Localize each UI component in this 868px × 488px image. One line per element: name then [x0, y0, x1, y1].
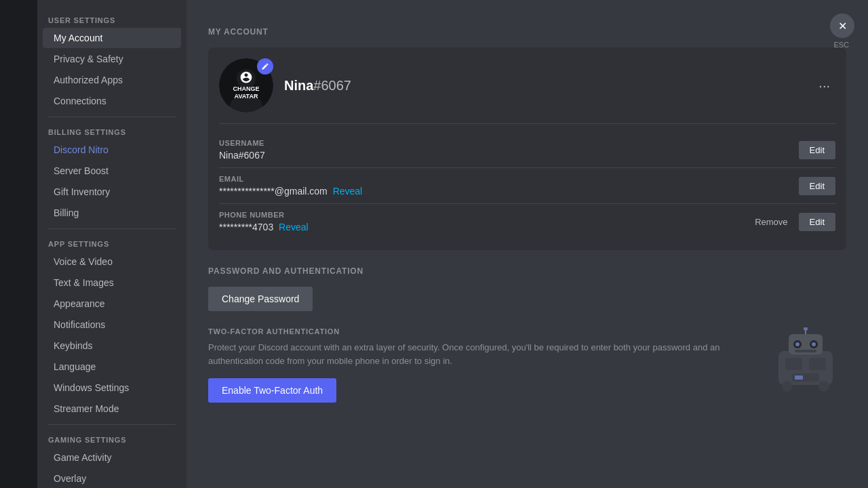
- svg-rect-11: [795, 350, 816, 352]
- sidebar-item-text-images[interactable]: Text & Images: [43, 272, 181, 293]
- svg-rect-15: [795, 375, 803, 380]
- username-edit-button[interactable]: Edit: [799, 141, 835, 159]
- sidebar-item-billing[interactable]: Billing: [43, 203, 181, 223]
- two-factor-section: TWO-FACTOR AUTHENTICATION Protect your D…: [208, 327, 846, 403]
- username-value: Nina#6067: [219, 150, 799, 161]
- two-factor-text: TWO-FACTOR AUTHENTICATION Protect your D…: [208, 327, 754, 403]
- username-actions: Edit: [799, 141, 835, 159]
- two-factor-label: TWO-FACTOR AUTHENTICATION: [208, 327, 754, 336]
- password-section-title: PASSWORD AND AUTHENTICATION: [208, 266, 846, 276]
- phone-masked: *********4703: [219, 222, 273, 232]
- divider-billing: [48, 117, 176, 117]
- username-field-content: USERNAME Nina#6067: [219, 139, 799, 161]
- close-button[interactable]: ✕: [830, 14, 854, 38]
- email-actions: Edit: [799, 177, 835, 195]
- enable-2fa-button[interactable]: Enable Two-Factor Auth: [208, 378, 336, 403]
- svg-point-7: [795, 342, 800, 346]
- account-username: Nina#6067: [284, 78, 813, 94]
- phone-value: *********4703 Reveal: [219, 222, 749, 232]
- sidebar-item-discord-nitro[interactable]: Discord Nitro: [43, 140, 181, 160]
- sidebar-item-overlay[interactable]: Overlay: [43, 468, 181, 488]
- gaming-settings-label: Gaming Settings: [37, 430, 186, 447]
- change-password-button[interactable]: Change Password: [208, 287, 313, 311]
- email-edit-button[interactable]: Edit: [799, 177, 835, 195]
- svg-rect-13: [809, 358, 826, 370]
- server-strip: [0, 0, 37, 488]
- account-card: CHANGEAVATAR Nina#6067 ··· USERNAME Nina…: [208, 47, 846, 250]
- email-masked: ***************@gmail.com: [219, 186, 328, 197]
- sidebar-item-game-activity[interactable]: Game Activity: [43, 447, 181, 468]
- main-content: ✕ ESC MY ACCOUNT: [186, 0, 868, 488]
- discriminator: #6067: [313, 78, 351, 93]
- change-avatar-text: CHANGEAVATAR: [233, 85, 259, 100]
- sidebar-item-privacy-safety[interactable]: Privacy & Safety: [43, 49, 181, 69]
- info-section: USERNAME Nina#6067 Edit EMAIL **********…: [219, 123, 835, 239]
- email-label: EMAIL: [219, 175, 799, 183]
- two-factor-content: TWO-FACTOR AUTHENTICATION Protect your D…: [208, 327, 846, 403]
- phone-field: PHONE NUMBER *********4703 Reveal Remove…: [219, 204, 835, 239]
- divider-app: [48, 228, 176, 229]
- billing-settings-label: Billing Settings: [37, 123, 186, 139]
- email-field-content: EMAIL ***************@gmail.com Reveal: [219, 175, 799, 197]
- phone-field-content: PHONE NUMBER *********4703 Reveal: [219, 211, 749, 232]
- avatar-edit-icon[interactable]: [257, 58, 273, 75]
- username-field: USERNAME Nina#6067 Edit: [219, 132, 835, 168]
- sidebar: User Settings My Account Privacy & Safet…: [37, 0, 186, 488]
- more-options-button[interactable]: ···: [813, 75, 835, 96]
- phone-edit-button[interactable]: Edit: [799, 213, 835, 231]
- email-field: EMAIL ***************@gmail.com Reveal E…: [219, 168, 835, 204]
- sidebar-item-language[interactable]: Language: [43, 357, 181, 377]
- sidebar-item-windows-settings[interactable]: Windows Settings: [43, 378, 181, 398]
- email-value: ***************@gmail.com Reveal: [219, 186, 799, 197]
- account-header: CHANGEAVATAR Nina#6067 ···: [219, 58, 835, 123]
- sidebar-item-streamer-mode[interactable]: Streamer Mode: [43, 399, 181, 419]
- two-factor-illustration: [765, 327, 846, 397]
- app-settings-label: App Settings: [37, 235, 186, 251]
- sidebar-item-appearance[interactable]: Appearance: [43, 293, 181, 314]
- sidebar-item-server-boost[interactable]: Server Boost: [43, 161, 181, 181]
- svg-rect-12: [785, 358, 802, 370]
- sidebar-item-voice-video[interactable]: Voice & Video: [43, 251, 181, 272]
- sidebar-item-authorized-apps[interactable]: Authorized Apps: [43, 70, 181, 90]
- svg-point-17: [818, 381, 829, 392]
- sidebar-item-keybinds[interactable]: Keybinds: [43, 336, 181, 356]
- page-title: MY ACCOUNT: [208, 27, 846, 37]
- divider-gaming: [48, 424, 176, 425]
- email-reveal-link[interactable]: Reveal: [333, 186, 363, 197]
- avatar-wrapper[interactable]: CHANGEAVATAR: [219, 58, 273, 113]
- sidebar-item-my-account[interactable]: My Account: [43, 28, 181, 48]
- user-settings-label: User Settings: [37, 11, 186, 27]
- username-label: USERNAME: [219, 139, 799, 147]
- phone-reveal-link[interactable]: Reveal: [279, 222, 309, 232]
- display-name: Nina: [284, 78, 313, 93]
- esc-label: ESC: [833, 41, 849, 49]
- phone-remove-button[interactable]: Remove: [749, 214, 793, 230]
- svg-point-16: [782, 381, 793, 392]
- phone-label: PHONE NUMBER: [219, 211, 749, 219]
- svg-point-10: [804, 327, 808, 331]
- phone-actions: Remove Edit: [749, 213, 835, 231]
- sidebar-item-notifications[interactable]: Notifications: [43, 314, 181, 335]
- sidebar-item-gift-inventory[interactable]: Gift Inventory: [43, 182, 181, 202]
- sidebar-item-connections[interactable]: Connections: [43, 91, 181, 111]
- svg-point-8: [812, 342, 816, 346]
- password-section: PASSWORD AND AUTHENTICATION Change Passw…: [208, 266, 846, 403]
- two-factor-desc: Protect your Discord account with an ext…: [208, 341, 754, 367]
